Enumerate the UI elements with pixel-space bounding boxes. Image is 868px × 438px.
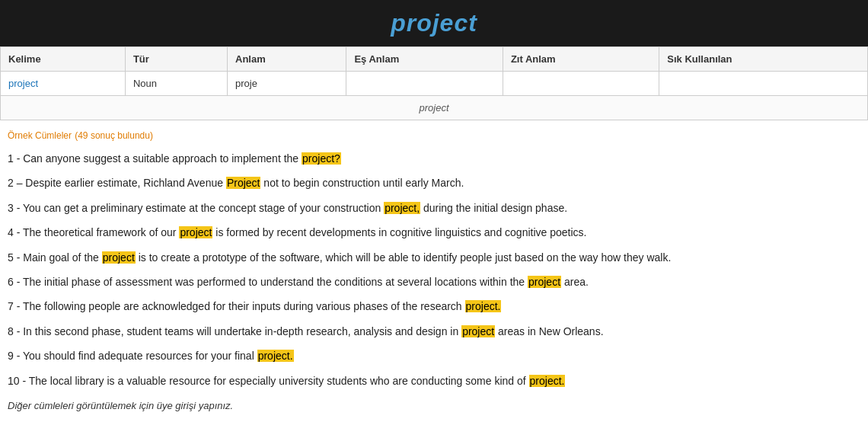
sentence-text: is formed by recent developments in cogn… — [212, 226, 586, 238]
sentence-text: is to create a prototype of the software… — [136, 251, 672, 264]
sentence-text: during the initial design phase. — [420, 202, 567, 214]
sentence-text: 7 - The following people are acknowledge… — [8, 300, 465, 312]
list-item: 4 - The theoretical framework of our pro… — [8, 224, 860, 241]
list-item: 3 - You can get a preliminary estimate a… — [8, 200, 860, 216]
col-es-anlam: Eş Anlam — [346, 47, 503, 72]
sentence-text: 3 - You can get a preliminary estimate a… — [8, 202, 384, 214]
cell-es-anlam — [346, 72, 503, 96]
footer-word: project — [419, 102, 448, 113]
sentence-text: 9 - You should find adequate resources f… — [8, 350, 257, 362]
cell-sik-kullanilan — [659, 72, 868, 96]
list-item: 7 - The following people are acknowledge… — [8, 298, 860, 315]
cell-zit-anlam — [503, 72, 659, 96]
col-tur: Tür — [125, 47, 227, 72]
list-item: 2 – Despite earlier estimate, Richland A… — [8, 174, 860, 191]
col-sik-kullanilan: Sık Kullanılan — [659, 47, 868, 72]
footer-note: Diğer cümleleri görüntülemek için üye gi… — [8, 400, 860, 411]
list-item: 8 - In this second phase, student teams … — [8, 323, 860, 340]
highlight-word: project — [179, 226, 212, 238]
cell-tur: Noun — [125, 72, 227, 96]
highlight-word: project — [102, 251, 136, 264]
highlight-word: project, — [384, 202, 420, 214]
list-item: 9 - You should find adequate resources f… — [8, 347, 860, 364]
list-item: 6 - The initial phase of assessment was … — [8, 273, 860, 290]
sentence-text: 5 - Main goal of the — [8, 251, 102, 264]
col-zit-anlam: Zıt Anlam — [503, 47, 659, 72]
list-item: 5 - Main goal of the project is to creat… — [8, 249, 860, 266]
table-header-row: Kelime Tür Anlam Eş Anlam Zıt Anlam Sık … — [1, 47, 868, 72]
examples-section: Örnek Cümleler (49 sonuç bulundu) 1 - Ca… — [0, 120, 868, 419]
col-anlam: Anlam — [228, 47, 346, 72]
list-item: 10 - The local library is a valuable res… — [8, 372, 860, 389]
examples-title: Örnek Cümleler — [8, 130, 72, 141]
sentence-text: 6 - The initial phase of assessment was … — [8, 276, 528, 288]
examples-header: Örnek Cümleler (49 sonuç bulundu) — [8, 128, 860, 141]
table-footer: project — [0, 96, 868, 120]
list-item: 1 - Can anyone suggest a suitable approa… — [8, 150, 860, 167]
page-header: project — [0, 0, 868, 46]
sentence-text: areas in New Orleans. — [495, 325, 603, 337]
sentence-text: 8 - In this second phase, student teams … — [8, 325, 461, 337]
highlight-word: project. — [257, 350, 294, 362]
sentence-text: 10 - The local library is a valuable res… — [8, 375, 529, 387]
cell-anlam: proje — [228, 72, 346, 96]
highlight-word: project — [461, 325, 495, 337]
word-link[interactable]: project — [8, 78, 38, 89]
col-kelime: Kelime — [1, 47, 126, 72]
sentence-text: 4 - The theoretical framework of our — [8, 226, 179, 238]
page-title: project — [0, 9, 868, 37]
sentence-text: 1 - Can anyone suggest a suitable approa… — [8, 152, 302, 165]
cell-kelime[interactable]: project — [1, 72, 126, 96]
sentence-text: area. — [561, 276, 589, 288]
examples-count: (49 sonuç bulundu) — [75, 130, 153, 141]
word-table: Kelime Tür Anlam Eş Anlam Zıt Anlam Sık … — [0, 46, 868, 96]
highlight-word: project? — [302, 152, 341, 165]
table-row: project Noun proje — [1, 72, 868, 96]
sentences-container: 1 - Can anyone suggest a suitable approa… — [8, 150, 860, 389]
highlight-word: project — [528, 276, 561, 288]
sentence-text: 2 – Despite earlier estimate, Richland A… — [8, 177, 226, 189]
highlight-word: project. — [465, 300, 502, 312]
highlight-word: project. — [529, 375, 566, 387]
highlight-word: Project — [226, 177, 261, 189]
sentence-text: not to begin construction until early Ma… — [260, 177, 464, 189]
